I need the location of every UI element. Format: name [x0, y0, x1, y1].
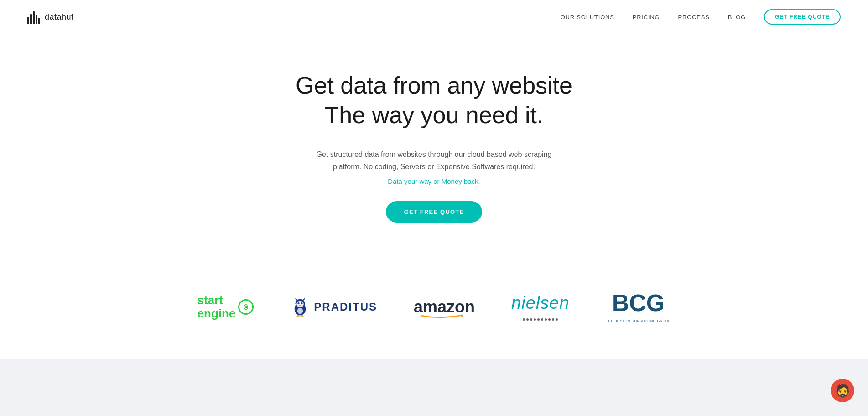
logos-section: start engine	[0, 268, 868, 359]
logo-bar-1	[27, 17, 29, 24]
chat-bubble[interactable]: 🧔	[831, 379, 854, 402]
hero-title-line1: Get data from any website	[296, 72, 572, 99]
nielsen-dot	[541, 318, 543, 321]
nielsen-text: nielsen	[511, 293, 569, 313]
main-nav: OUR SOLUTIONS PRICING PROCESS BLOG GET F…	[561, 9, 841, 25]
logo-text: datahut	[45, 12, 74, 22]
hero-guarantee: Data your way or Money back.	[388, 177, 480, 185]
startengine-text-start: start	[198, 294, 236, 307]
hero-cta-button[interactable]: GET FREE QUOTE	[386, 201, 483, 223]
praditus-owl-icon	[290, 297, 310, 317]
svg-marker-3	[295, 298, 297, 300]
startengine-icon	[238, 299, 254, 315]
bcg-text: BCG	[612, 291, 665, 315]
bcg-subtext: THE BOSTON CONSULTING GROUP	[606, 319, 671, 322]
nielsen-dot	[556, 318, 558, 321]
nielsen-dot	[530, 318, 532, 321]
logo-icon	[27, 10, 40, 24]
chat-avatar-icon: 🧔	[831, 379, 854, 402]
nav-blog[interactable]: BLOG	[728, 14, 746, 21]
logo[interactable]: datahut	[27, 10, 74, 24]
nielsen-dot	[523, 318, 525, 321]
logo-bar-4	[36, 15, 37, 24]
svg-point-10	[299, 302, 299, 303]
amazon-text: amazon	[414, 297, 475, 316]
hero-section: Get data from any website The way you ne…	[0, 34, 868, 268]
nav-pricing[interactable]: PRICING	[633, 14, 660, 21]
nielsen-dot	[552, 318, 554, 321]
site-header: datahut OUR SOLUTIONS PRICING PROCESS BL…	[0, 0, 868, 34]
nav-process[interactable]: PROCESS	[678, 14, 709, 21]
nielsen-dot	[526, 318, 529, 321]
logo-bar-5	[38, 18, 40, 24]
svg-marker-20	[461, 314, 464, 317]
header-cta-button[interactable]: GET FREE QUOTE	[764, 9, 841, 25]
hero-title: Get data from any website The way you ne…	[296, 71, 572, 130]
nielsen-dot	[548, 318, 551, 321]
praditus-text: PRADITUS	[314, 301, 377, 313]
logo-bar-3	[33, 11, 35, 24]
svg-point-9	[301, 302, 303, 304]
amazon-wrapper: amazon	[414, 297, 475, 317]
nielsen-dot	[534, 318, 536, 321]
hero-title-line2: The way you need it.	[325, 102, 544, 128]
amazon-arrow-icon	[417, 314, 468, 318]
amazon-logo: amazon	[414, 297, 475, 317]
praditus-logo: PRADITUS	[290, 297, 377, 317]
nielsen-dots	[523, 318, 558, 321]
nielsen-logo: nielsen	[511, 293, 569, 321]
svg-point-8	[298, 302, 300, 304]
svg-point-0	[245, 306, 247, 308]
nielsen-dot	[545, 318, 547, 321]
logo-bar-2	[30, 14, 32, 24]
nielsen-dot	[537, 318, 540, 321]
startengine-logo: start engine	[198, 294, 254, 320]
svg-point-13	[297, 308, 303, 314]
hero-subtitle: Get structured data from websites throug…	[316, 148, 553, 173]
svg-point-11	[302, 302, 302, 303]
svg-marker-4	[303, 298, 306, 300]
nav-our-solutions[interactable]: OUR SOLUTIONS	[561, 14, 614, 21]
bcg-logo: BCG THE BOSTON CONSULTING GROUP	[606, 291, 671, 322]
startengine-text-engine: engine	[198, 307, 236, 320]
gray-footer-section	[0, 359, 868, 416]
